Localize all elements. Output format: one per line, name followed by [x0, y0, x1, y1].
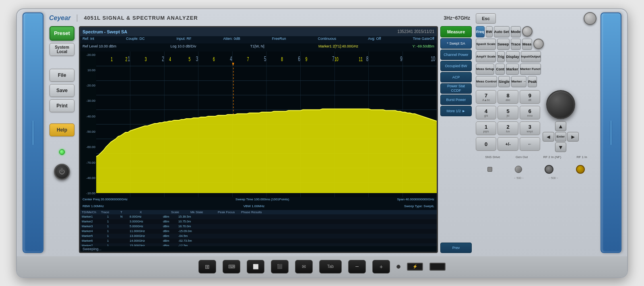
key-3[interactable]: 3wxyz	[520, 121, 540, 135]
trig-button[interactable]: Trig	[497, 51, 505, 62]
peak-button[interactable]: Peak	[528, 76, 537, 87]
key-9[interactable]: 9dlt	[520, 90, 540, 104]
nav-cluster: ▲ ◄ Enter ► ▼	[543, 121, 579, 152]
right-hw-panel: Esc Freq BW Auto Set Mode SpanX Scale Sw…	[476, 12, 597, 253]
esc-row: Esc	[476, 12, 597, 25]
tab-button[interactable]: Tab	[319, 260, 342, 274]
sns-connector[interactable]	[487, 167, 492, 172]
svg-text:2: 2	[162, 55, 164, 62]
autoset-button[interactable]: Auto Set	[494, 26, 510, 37]
plus-button[interactable]: +	[372, 260, 390, 274]
more-softkey[interactable]: More 1/2 ►	[440, 106, 472, 116]
meas-button[interactable]: Meas	[522, 39, 532, 50]
connector-hardware-row	[476, 164, 597, 175]
meascontrol-button[interactable]: Meas Control	[476, 76, 497, 87]
power-stat-softkey[interactable]: Power Stat CCDF	[440, 83, 472, 94]
marker-button[interactable]: Marker	[506, 64, 519, 75]
param-ref: Ref: Int	[83, 37, 94, 43]
keyboard-button[interactable]: ⌨	[223, 260, 240, 274]
esc-button[interactable]: Esc	[476, 13, 496, 24]
knob-nav-area: ▲ ◄ Enter ► ▼	[543, 90, 579, 152]
trace-button[interactable]: Trace	[511, 39, 521, 50]
prev-softkey[interactable]: Prev	[440, 243, 472, 253]
print-button[interactable]: Print	[50, 99, 74, 112]
freq-button[interactable]: Freq	[476, 26, 485, 37]
nav-right[interactable]: ►	[567, 132, 579, 142]
minus-button[interactable]: −	[348, 260, 366, 274]
param-trigger: FreeRun	[272, 37, 286, 43]
svg-text:9: 9	[305, 56, 308, 62]
right-knob-3[interactable]	[533, 39, 544, 49]
key-5[interactable]: 5jkl	[497, 106, 518, 119]
usb-port-1[interactable]: ⚡	[407, 263, 423, 271]
svg-text:7: 7	[247, 56, 249, 62]
key-2[interactable]: 2tuv	[497, 121, 518, 135]
table-row: Marker213.000GHzdBm10.75.0m	[80, 219, 437, 224]
acp-softkey[interactable]: ACP	[440, 72, 472, 82]
table-row: Marker11N8.00GHzdBm15.39.5m	[80, 214, 437, 219]
key-6[interactable]: 6mno	[520, 106, 540, 119]
inputoutput-button[interactable]: Input/Output	[521, 51, 541, 62]
power-button[interactable]: ⏻	[54, 164, 70, 180]
usb-port-2[interactable]	[429, 263, 446, 271]
key-4[interactable]: 4ghi	[476, 106, 496, 119]
svg-text:2: 2	[126, 56, 128, 62]
single-button[interactable]: Single	[498, 76, 510, 87]
nav-down[interactable]: ▼	[555, 142, 567, 152]
system-local-button[interactable]: System Local	[50, 43, 74, 56]
key-backspace[interactable]: ←	[520, 137, 540, 151]
cont-button[interactable]: Cont	[495, 64, 505, 75]
gen-out-connector[interactable]	[515, 166, 522, 173]
email-button[interactable]: ✉	[295, 260, 313, 274]
spectrum-display: -20.00 10.00 -20.00 -30.00 -40.00 -50.00…	[80, 51, 437, 197]
file-button[interactable]: File	[50, 69, 74, 82]
key-1[interactable]: 1pqrs	[476, 121, 496, 135]
key-8[interactable]: 8abc	[497, 90, 518, 104]
key-0[interactable]: 0	[476, 137, 496, 151]
key-7[interactable]: 7A▲bc	[476, 90, 496, 104]
param-atten: Atten: 0dB	[223, 37, 240, 43]
svg-text:4: 4	[169, 56, 171, 62]
measure-softkey[interactable]: Measure	[440, 26, 472, 37]
rf1-connector[interactable]	[576, 165, 585, 174]
keypad: 7A▲bc 8abc 9dlt 4ghi 5jkl 6mno	[476, 90, 540, 152]
swept-sa-softkey[interactable]: * Swept SA	[440, 38, 472, 49]
occupied-bw-softkey[interactable]: Occupied BW	[440, 61, 472, 71]
svg-text:10: 10	[334, 56, 338, 62]
rbw-value: RBW 1.00MHz	[83, 204, 104, 210]
rf2-connector[interactable]	[545, 165, 553, 174]
spanx-button[interactable]: SpanX Scale	[476, 39, 496, 50]
help-button[interactable]: Help	[50, 123, 74, 136]
softkey-panel: Measure * Swept SA Channel Power Occupie…	[440, 26, 472, 253]
mode-button[interactable]: Mode	[511, 26, 521, 37]
save-button[interactable]: Save	[50, 84, 74, 97]
bw-button[interactable]: BW	[486, 26, 493, 37]
screen1-button[interactable]: ⬜	[247, 260, 264, 274]
nav-left[interactable]: ◄	[543, 132, 554, 142]
table-row: Marker6114.000GHzdBm-02.73.5m	[80, 239, 437, 243]
main-knob[interactable]	[546, 90, 575, 119]
screen-title: Spectrum - Swept SA	[83, 29, 127, 34]
markerfunct-button[interactable]: Marker Funct	[520, 64, 541, 75]
preset-button[interactable]: Preset	[50, 26, 74, 41]
display-button[interactable]: Display	[506, 51, 520, 62]
center-panel: Ceyear 4051L SIGNAL & SPECTRUM ANALYZER …	[47, 12, 472, 253]
svg-text:1: 1	[128, 55, 130, 62]
windows-button[interactable]: ⊞	[198, 260, 216, 274]
speaker-indicator	[396, 265, 400, 269]
right-knob-1[interactable]	[584, 12, 597, 25]
svg-text:3: 3	[196, 55, 198, 62]
enter-button[interactable]: Enter	[555, 132, 567, 142]
burst-power-softkey[interactable]: Burst Power	[440, 95, 472, 105]
marker-arrow-button[interactable]: Marker →	[511, 76, 526, 87]
amply-button[interactable]: AmplY Scale	[476, 51, 496, 62]
nav-up[interactable]: ▲	[555, 121, 567, 131]
channel-power-softkey[interactable]: Channel Power	[440, 49, 472, 60]
hw-row-3: AmplY Scale Trig Display Input/Output	[476, 51, 597, 62]
power-indicator	[59, 149, 65, 155]
key-plusminus[interactable]: +/-	[497, 137, 518, 151]
right-knob-2[interactable]	[522, 26, 533, 37]
sweep-button[interactable]: Sweep	[497, 39, 510, 50]
meassetup-button[interactable]: Meas Setup	[476, 64, 494, 75]
screen2-button[interactable]: ⬛	[271, 260, 289, 274]
